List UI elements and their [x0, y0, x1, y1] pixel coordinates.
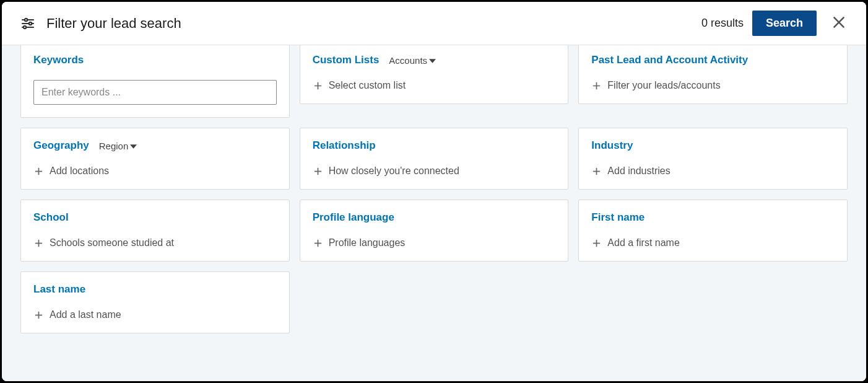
add-first-name[interactable]: Add a first name — [591, 237, 835, 249]
geography-dropdown-label: Region — [99, 141, 129, 151]
add-relationship-label: How closely you're connected — [329, 165, 459, 177]
card-geography: Geography Region Add locations — [20, 128, 290, 190]
filter-body: Keywords Custom Lists Accounts Select cu… — [2, 45, 866, 381]
plus-icon — [591, 81, 602, 91]
plus-icon — [33, 238, 44, 249]
plus-icon — [33, 310, 44, 320]
card-past-activity: Past Lead and Account Activity Filter yo… — [578, 45, 848, 104]
add-past-activity-label: Filter your leads/accounts — [607, 80, 720, 91]
add-past-activity[interactable]: Filter your leads/accounts — [591, 80, 835, 91]
page-title: Filter your lead search — [46, 15, 701, 32]
card-title-last-name[interactable]: Last name — [33, 283, 85, 296]
plus-icon — [313, 238, 323, 249]
card-title-profile-language[interactable]: Profile language — [313, 211, 394, 224]
add-last-name[interactable]: Add a last name — [33, 309, 277, 320]
card-relationship: Relationship How closely you're connecte… — [300, 128, 569, 190]
card-custom-lists: Custom Lists Accounts Select custom list — [300, 45, 569, 104]
add-school-label: Schools someone studied at — [50, 237, 174, 249]
chevron-down-icon — [429, 55, 436, 66]
plus-icon — [313, 81, 323, 91]
card-first-name: First name Add a first name — [578, 200, 848, 262]
custom-lists-dropdown-label: Accounts — [389, 55, 427, 66]
card-title-past-activity[interactable]: Past Lead and Account Activity — [591, 54, 748, 66]
card-title-industry[interactable]: Industry — [591, 139, 633, 152]
add-relationship[interactable]: How closely you're connected — [313, 165, 556, 177]
card-profile-language: Profile language Profile languages — [300, 200, 569, 262]
svg-point-3 — [29, 22, 32, 24]
card-last-name: Last name Add a last name — [20, 271, 290, 333]
results-label: results — [708, 17, 744, 29]
header-bar: Filter your lead search 0 results Search — [2, 2, 866, 45]
plus-icon — [313, 166, 323, 177]
close-button[interactable] — [830, 15, 848, 32]
custom-lists-dropdown[interactable]: Accounts — [389, 55, 436, 66]
card-title-school[interactable]: School — [33, 211, 69, 224]
geography-dropdown[interactable]: Region — [99, 141, 137, 151]
plus-icon — [591, 166, 602, 177]
plus-icon — [591, 238, 602, 249]
filter-grid: Keywords Custom Lists Accounts Select cu… — [20, 45, 848, 333]
card-school: School Schools someone studied at — [20, 200, 290, 262]
search-button[interactable]: Search — [752, 11, 817, 36]
card-keywords: Keywords — [20, 45, 290, 118]
add-custom-list[interactable]: Select custom list — [313, 80, 556, 91]
results-count-value: 0 — [701, 17, 708, 29]
add-profile-language-label: Profile languages — [329, 237, 406, 249]
card-title-first-name[interactable]: First name — [591, 211, 644, 224]
add-industry-label: Add industries — [607, 165, 670, 177]
results-count: 0 results — [701, 17, 744, 30]
keywords-input[interactable] — [33, 80, 277, 105]
chevron-down-icon — [130, 141, 137, 151]
filter-panel: Filter your lead search 0 results Search… — [2, 2, 866, 381]
card-title-relationship[interactable]: Relationship — [313, 139, 376, 152]
add-industry[interactable]: Add industries — [591, 165, 835, 177]
svg-point-5 — [24, 25, 26, 28]
filter-icon — [20, 16, 35, 31]
add-first-name-label: Add a first name — [607, 237, 680, 249]
add-profile-language[interactable]: Profile languages — [313, 237, 556, 249]
card-title-custom-lists[interactable]: Custom Lists — [313, 54, 380, 66]
add-geography-label: Add locations — [50, 165, 109, 177]
add-school[interactable]: Schools someone studied at — [33, 237, 277, 249]
add-custom-list-label: Select custom list — [329, 80, 406, 91]
svg-point-1 — [25, 18, 27, 20]
plus-icon — [33, 166, 44, 177]
add-last-name-label: Add a last name — [50, 309, 121, 320]
card-title-keywords[interactable]: Keywords — [33, 54, 84, 66]
close-icon — [831, 14, 847, 32]
add-geography[interactable]: Add locations — [33, 165, 277, 177]
card-title-geography[interactable]: Geography — [33, 139, 89, 152]
card-industry: Industry Add industries — [578, 128, 848, 190]
